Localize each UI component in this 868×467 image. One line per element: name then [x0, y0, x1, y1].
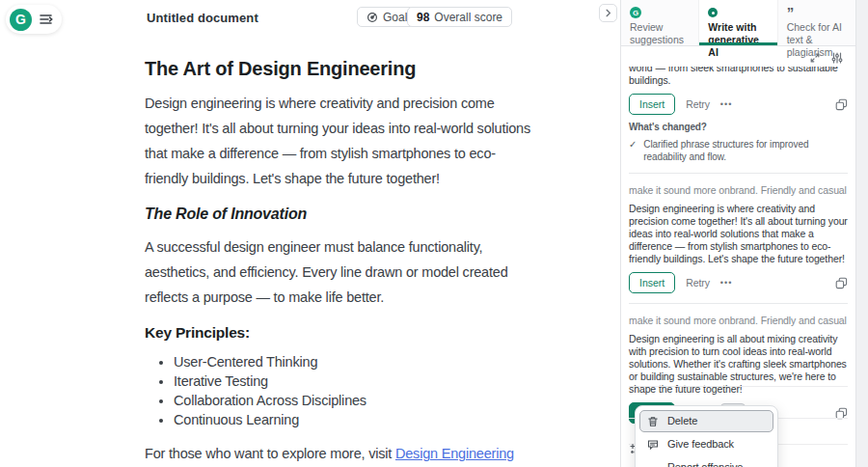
- hidden-row-divider: [629, 386, 848, 387]
- doc-heading: The Art of Design Engineering: [145, 56, 532, 82]
- app-logo-pill: G: [6, 5, 62, 34]
- quote-icon: ”: [787, 8, 795, 17]
- ai-prompt-text: make it sound more onbrand. Friendly and…: [629, 315, 848, 327]
- list-item: Collaboration Across Disciplines: [174, 391, 532, 410]
- feedback-icon: [647, 439, 659, 451]
- editor-area[interactable]: The Art of Design Engineering Design eng…: [145, 56, 532, 467]
- retry-button[interactable]: Retry: [686, 98, 710, 111]
- trash-icon: [647, 416, 659, 427]
- section-divider: [629, 303, 848, 304]
- ai-response-text: Design engineering is where creativity a…: [629, 203, 848, 265]
- ai-prompt-text: make it sound more onbrand. Friendly and…: [629, 184, 848, 197]
- tab-check-ai-plagiarism[interactable]: ” Check for AI text & plagiarism: [778, 0, 855, 45]
- doc-subheading: Key Principles:: [145, 320, 532, 345]
- menu-item-give-feedback[interactable]: Give feedback: [639, 433, 773, 455]
- more-options-button[interactable]: •••: [720, 277, 732, 289]
- insert-button[interactable]: Insert: [629, 94, 675, 115]
- menu-item-delete[interactable]: Delete: [639, 410, 773, 432]
- tab-write-generative-ai[interactable]: Write with generative AI: [699, 0, 777, 45]
- copy-icon[interactable]: [835, 277, 848, 289]
- page-gutter: [856, 0, 868, 467]
- list-item: User-Centered Thinking: [174, 352, 532, 371]
- grammarly-icon: G: [630, 7, 641, 18]
- score-value: 98: [417, 11, 429, 24]
- change-note: ✓ Clarified phrase structures for improv…: [629, 138, 848, 163]
- doc-footer-line: For those who want to explore more, visi…: [145, 441, 532, 467]
- whats-changed-label: What's changed?: [629, 121, 848, 133]
- panel-tabs: G Review suggestions Write with generati…: [621, 0, 855, 46]
- ai-response-text: world — from sleek smartphones to sustai…: [629, 67, 848, 87]
- tab-review-suggestions[interactable]: G Review suggestions: [621, 0, 699, 45]
- copy-icon[interactable]: [835, 98, 848, 111]
- doc-subheading-italic: The Role of Innovation: [145, 202, 532, 227]
- overall-score-button[interactable]: 98 Overall score: [407, 7, 512, 27]
- insert-button[interactable]: Insert: [629, 272, 675, 293]
- context-menu: Delete Give feedback Report offensive co…: [635, 405, 778, 467]
- score-label: Overall score: [434, 11, 502, 24]
- panel-scroll-area[interactable]: world — from sleek smartphones to sustai…: [621, 67, 855, 467]
- retry-button[interactable]: Retry: [686, 277, 710, 289]
- section-divider: [629, 173, 848, 174]
- goals-target-icon: [366, 12, 378, 23]
- menu-item-report-offensive[interactable]: Report offensive content: [639, 456, 773, 467]
- ai-suggestion-card: world — from sleek smartphones to sustai…: [629, 67, 848, 163]
- doc-bullet-list: User-Centered Thinking Iterative Testing…: [174, 352, 532, 429]
- doc-paragraph: A successful design engineer must balanc…: [145, 234, 532, 310]
- doc-paragraph: Design engineering is where creativity a…: [145, 91, 532, 191]
- assistant-panel: G Review suggestions Write with generati…: [620, 0, 856, 467]
- collapse-panel-button[interactable]: [599, 4, 617, 22]
- generative-ai-icon: [708, 8, 718, 17]
- list-item: Iterative Testing: [174, 371, 532, 391]
- document-title[interactable]: Untitled document: [147, 11, 258, 25]
- ai-suggestion-card: make it sound more onbrand. Friendly and…: [629, 184, 848, 293]
- menu-icon[interactable]: [39, 13, 54, 26]
- check-icon: ✓: [629, 138, 637, 151]
- list-item: Continuous Learning: [174, 410, 532, 429]
- more-options-button[interactable]: •••: [720, 98, 732, 111]
- grammarly-logo-icon[interactable]: G: [10, 9, 32, 31]
